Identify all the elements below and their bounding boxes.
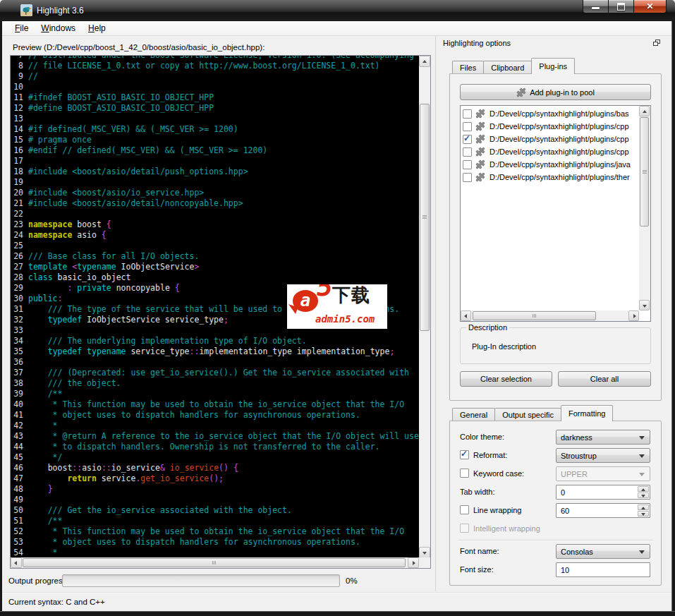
plugin-checkbox[interactable]: ✓ — [463, 160, 472, 169]
code-line: 53 * object uses to dispatch handlers fo… — [13, 537, 419, 548]
tab-general[interactable]: General — [452, 408, 495, 421]
spin-down-icon[interactable] — [638, 511, 649, 517]
code-line: 18#include <boost/asio/detail/push_optio… — [13, 167, 419, 177]
spin-up-icon[interactable] — [638, 505, 649, 510]
code-line: 22 — [13, 209, 419, 219]
plugin-path: D:/Devel/cpp/syntaxhighlight/plugins/cpp — [489, 122, 629, 131]
color-theme-select[interactable]: darkness — [556, 430, 650, 445]
watermark-cn-text: 下载 — [332, 290, 370, 301]
plugin-list-hthumb[interactable] — [473, 311, 596, 320]
puzzle-icon — [475, 109, 485, 119]
tab-output-specific[interactable]: Output specific — [494, 408, 561, 421]
chevron-down-icon — [639, 473, 645, 476]
plugin-checkbox[interactable]: ✓ — [463, 147, 472, 157]
code-horizontal-scrollbar[interactable] — [11, 557, 419, 568]
description-legend: Description — [466, 323, 509, 332]
tab-width-spinner[interactable]: 0 — [556, 485, 650, 500]
clear-all-button[interactable]: Clear all — [558, 371, 651, 387]
tab-files[interactable]: Files — [452, 61, 484, 74]
line-number: 35 — [13, 346, 23, 357]
code-line: 19 — [13, 177, 419, 188]
watermark-site-text: admin5.com — [315, 314, 375, 325]
plugin-item[interactable]: ✓D:/Devel/cpp/syntaxhighlight/plugins/th… — [461, 171, 639, 183]
output-progress-percent: 0% — [346, 576, 358, 585]
close-button[interactable]: ✕ — [633, 0, 667, 13]
code-line: 54 * — [13, 548, 419, 557]
line-number: 54 — [13, 548, 23, 557]
line-number: 27 — [13, 262, 23, 272]
scroll-left-icon[interactable] — [461, 310, 471, 321]
plugin-checkbox[interactable]: ✓ — [463, 135, 472, 144]
tab-plug-ins[interactable]: Plug-ins — [531, 58, 575, 74]
add-plugin-label: Add plug-in to pool — [530, 88, 595, 97]
menu-file[interactable]: File — [11, 22, 32, 35]
spin-up-icon[interactable] — [638, 486, 649, 492]
line-number: 13 — [13, 114, 23, 124]
puzzle-icon — [475, 159, 485, 169]
line-wrapping-checkbox[interactable]: ✓ — [460, 505, 469, 514]
code-line: 25 — [13, 241, 419, 251]
float-panel-button[interactable] — [652, 38, 662, 48]
line-number: 48 — [13, 484, 23, 495]
plugin-path: D:/Devel/cpp/syntaxhighlight/plugins/cpp — [489, 147, 629, 156]
plugin-item[interactable]: ✓D:/Devel/cpp/syntaxhighlight/plugins/ja… — [461, 158, 639, 171]
code-line: 26/// Base class for all I/O objects. — [13, 251, 419, 262]
code-vscroll-thumb[interactable] — [420, 104, 430, 331]
line-number: 28 — [13, 272, 23, 283]
form-divider — [458, 540, 653, 540]
code-line: 23namespace boost { — [13, 219, 419, 230]
puzzle-icon — [475, 147, 485, 157]
scroll-right-icon[interactable] — [628, 310, 639, 321]
line-wrapping-spinner[interactable]: 60 — [556, 503, 650, 518]
intelligent-wrapping-checkbox: ✓ — [460, 524, 469, 533]
code-hscroll-thumb[interactable] — [23, 558, 406, 567]
plugin-list-hscrollbar[interactable] — [461, 310, 639, 321]
code-vertical-scrollbar[interactable] — [419, 56, 430, 558]
description-groupbox: Description Plug-In description — [460, 327, 651, 364]
scroll-up-icon[interactable] — [639, 106, 650, 116]
line-number: 31 — [13, 304, 23, 315]
plugin-list-vthumb[interactable] — [640, 117, 649, 227]
code-line: 14#if defined(_MSC_VER) && (_MSC_VER >= … — [13, 124, 419, 135]
menu-help[interactable]: Help — [84, 22, 110, 35]
minimize-button[interactable] — [583, 0, 609, 13]
plugin-checkbox[interactable]: ✓ — [463, 122, 472, 131]
font-size-input[interactable]: 10 — [556, 562, 650, 577]
line-number: 12 — [13, 103, 23, 114]
menu-windows[interactable]: Windows — [37, 22, 80, 35]
code-line: 24namespace asio { — [13, 230, 419, 241]
tab-clipboard[interactable]: Clipboard — [483, 61, 532, 74]
plugin-checkbox[interactable]: ✓ — [463, 109, 472, 119]
font-name-select[interactable]: Consolas — [556, 544, 650, 559]
window-border-right[interactable] — [671, 21, 675, 616]
plugin-item[interactable]: ✓D:/Devel/cpp/syntaxhighlight/plugins/ba… — [461, 107, 639, 120]
code-line: 35 typedef typename service_type::implem… — [13, 346, 419, 357]
window-border-bottom[interactable] — [0, 611, 675, 616]
restore-button[interactable] — [609, 0, 633, 13]
scroll-left-icon[interactable] — [11, 557, 22, 568]
check-icon: ✓ — [463, 133, 470, 143]
scroll-up-icon[interactable] — [419, 56, 430, 67]
reformat-label: Reformat: — [473, 451, 507, 459]
spin-down-icon[interactable] — [638, 493, 649, 498]
plugin-checkbox[interactable]: ✓ — [463, 173, 472, 182]
tab-formatting[interactable]: Formatting — [561, 405, 614, 421]
dock-splitter[interactable] — [435, 36, 437, 591]
line-number: 30 — [13, 294, 23, 304]
app-icon — [20, 4, 32, 16]
code-preview[interactable]: 7// Distributed under the Boost Software… — [11, 56, 419, 557]
plugin-item[interactable]: ✓D:/Devel/cpp/syntaxhighlight/plugins/cp… — [461, 120, 639, 133]
plugin-item[interactable]: ✓D:/Devel/cpp/syntaxhighlight/plugins/cp… — [461, 145, 639, 158]
plugin-list-vscrollbar[interactable] — [639, 106, 650, 310]
line-number: 19 — [13, 177, 23, 188]
scroll-down-icon[interactable] — [419, 547, 430, 558]
add-plugin-button[interactable]: Add plug-in to pool — [460, 84, 651, 100]
reformat-select[interactable]: Stroustrup — [556, 448, 650, 463]
keyword-case-checkbox[interactable]: ✓ — [460, 469, 469, 478]
clear-selection-button[interactable]: Clear selection — [460, 371, 552, 387]
plugin-item[interactable]: ✓D:/Devel/cpp/syntaxhighlight/plugins/cp… — [461, 133, 639, 145]
reformat-checkbox[interactable]: ✓ — [460, 450, 469, 459]
scroll-down-icon[interactable] — [639, 300, 650, 310]
code-line: 43 * @return A reference to the io_servi… — [13, 431, 419, 442]
scroll-right-icon[interactable] — [408, 557, 419, 568]
